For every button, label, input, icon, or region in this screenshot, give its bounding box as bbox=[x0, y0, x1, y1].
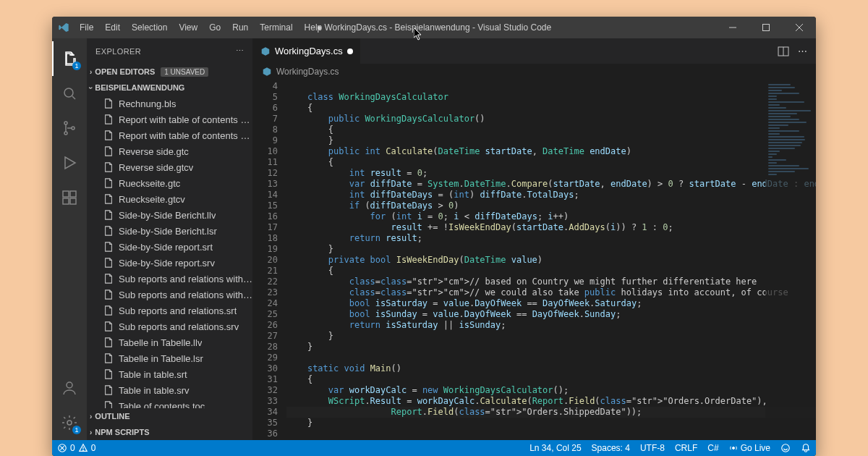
file-name: Table in table.srv bbox=[119, 385, 190, 396]
open-editors-section[interactable]: › OPEN EDITORS 1 UNSAVED bbox=[87, 64, 252, 80]
file-row[interactable]: Table of contents.toc bbox=[87, 398, 252, 408]
menu-run[interactable]: Run bbox=[226, 17, 254, 38]
tabs-row: WorkingDays.cs ⋯ bbox=[253, 38, 816, 64]
file-row[interactable]: Reverse side.gtc bbox=[87, 143, 252, 159]
file-row[interactable]: Side-by-Side Bericht.lsr bbox=[87, 223, 252, 239]
csharp-file-icon bbox=[262, 67, 272, 77]
menu-view[interactable]: View bbox=[173, 17, 203, 38]
status-encoding[interactable]: UTF-8 bbox=[635, 440, 670, 456]
outline-section[interactable]: › OUTLINE bbox=[87, 408, 252, 424]
menu-go[interactable]: Go bbox=[203, 17, 226, 38]
status-spaces[interactable]: Spaces: 4 bbox=[587, 440, 635, 456]
breadcrumb[interactable]: WorkingDays.cs bbox=[253, 64, 816, 80]
file-icon bbox=[103, 305, 114, 316]
breadcrumb-file: WorkingDays.cs bbox=[276, 67, 339, 77]
file-name: Table of contents.toc bbox=[119, 401, 205, 409]
file-row[interactable]: Rueckseite.gtc bbox=[87, 175, 252, 191]
file-row[interactable]: Sub reports and relations.srv bbox=[87, 318, 252, 334]
code-lines[interactable]: class WorkingDaysCalculator { public Wor… bbox=[286, 80, 816, 440]
file-name: Table in table.srt bbox=[119, 369, 187, 380]
file-row[interactable]: Side-by-Side report.srv bbox=[87, 255, 252, 271]
file-icon bbox=[103, 98, 114, 109]
settings-badge: 1 bbox=[72, 426, 81, 434]
extensions-icon[interactable] bbox=[52, 180, 87, 215]
status-golive[interactable]: Go Live bbox=[724, 440, 775, 456]
file-row[interactable]: Sub reports and relations with expandabl… bbox=[87, 271, 252, 287]
file-name: Side-by-Side report.srv bbox=[119, 258, 215, 269]
code-editor[interactable]: 4567891011121314151617181920212223242526… bbox=[253, 80, 816, 440]
workspace-section[interactable]: › BEISPIELANWENDUNG bbox=[87, 80, 252, 96]
file-icon bbox=[103, 321, 114, 332]
file-icon bbox=[103, 225, 114, 237]
chevron-down-icon: › bbox=[87, 86, 95, 88]
status-problems[interactable]: 0 0 bbox=[52, 440, 101, 456]
file-icon bbox=[103, 257, 114, 269]
file-row[interactable]: Table in table.srv bbox=[87, 382, 252, 398]
file-row[interactable]: Report with table of contents and index.… bbox=[87, 127, 252, 143]
status-bell-icon[interactable] bbox=[796, 440, 816, 456]
status-eol[interactable]: CRLF bbox=[670, 440, 702, 456]
file-row[interactable]: Table in table.srt bbox=[87, 366, 252, 382]
gutter: 4567891011121314151617181920212223242526… bbox=[253, 80, 286, 440]
file-row[interactable]: Side-by-Side report.srt bbox=[87, 239, 252, 255]
npm-scripts-section[interactable]: › NPM SCRIPTS bbox=[87, 424, 252, 440]
status-warnings: 0 bbox=[91, 443, 96, 453]
close-button[interactable] bbox=[783, 17, 816, 38]
file-row[interactable]: Sub reports and relations.srt bbox=[87, 303, 252, 318]
sidebar-more-icon[interactable]: ⋯ bbox=[236, 46, 244, 56]
file-row[interactable]: Reverse side.gtcv bbox=[87, 159, 252, 175]
file-row[interactable]: Sub reports and relations with expandabl… bbox=[87, 287, 252, 303]
file-row[interactable]: Report with table of contents and index.… bbox=[87, 111, 252, 127]
tab-workingdays[interactable]: WorkingDays.cs bbox=[253, 38, 361, 64]
svg-rect-6 bbox=[63, 191, 69, 197]
status-cursor[interactable]: Ln 34, Col 25 bbox=[524, 440, 586, 456]
editor-more-icon[interactable]: ⋯ bbox=[798, 46, 807, 56]
run-debug-icon[interactable] bbox=[52, 145, 87, 180]
file-row[interactable]: Rueckseite.gtcv bbox=[87, 191, 252, 207]
file-icon bbox=[103, 368, 114, 380]
svg-point-3 bbox=[64, 122, 67, 124]
svg-rect-9 bbox=[70, 191, 76, 197]
status-errors: 0 bbox=[70, 443, 75, 453]
menu-file[interactable]: File bbox=[74, 17, 99, 38]
file-name: Side-by-Side Bericht.lsr bbox=[119, 226, 217, 237]
tab-label: WorkingDays.cs bbox=[275, 46, 343, 56]
unsaved-badge: 1 UNSAVED bbox=[161, 67, 208, 77]
settings-icon[interactable]: 1 bbox=[52, 405, 87, 440]
file-name: Rueckseite.gtc bbox=[119, 178, 180, 189]
file-list[interactable]: Rechnung.blsReport with table of content… bbox=[87, 96, 252, 408]
file-name: Reverse side.gtcv bbox=[119, 162, 193, 173]
svg-point-16 bbox=[82, 450, 83, 451]
outline-label: OUTLINE bbox=[95, 412, 129, 421]
file-row[interactable]: Side-by-Side Bericht.llv bbox=[87, 207, 252, 223]
workspace-label: BEISPIELANWENDUNG bbox=[95, 83, 184, 92]
explorer-icon[interactable]: 1 bbox=[52, 41, 87, 76]
file-row[interactable]: Tabelle in Tabelle.llv bbox=[87, 334, 252, 350]
svg-point-17 bbox=[732, 447, 734, 449]
svg-point-10 bbox=[67, 382, 72, 388]
explorer-sidebar: EXPLORER ⋯ › OPEN EDITORS 1 UNSAVED › BE… bbox=[87, 38, 253, 440]
file-icon bbox=[103, 273, 114, 284]
menu-terminal[interactable]: Terminal bbox=[254, 17, 298, 38]
vscode-window: File Edit Selection View Go Run Terminal… bbox=[52, 17, 816, 456]
minimize-button[interactable] bbox=[716, 17, 749, 38]
menu-selection[interactable]: Selection bbox=[126, 17, 173, 38]
search-icon[interactable] bbox=[52, 76, 87, 111]
editor-area: WorkingDays.cs ⋯ WorkingDays.cs 45678910… bbox=[253, 38, 816, 440]
npm-scripts-label: NPM SCRIPTS bbox=[95, 428, 149, 436]
explorer-badge: 1 bbox=[72, 62, 81, 70]
file-row[interactable]: Tabelle in Tabelle.lsr bbox=[87, 350, 252, 366]
source-control-icon[interactable] bbox=[52, 111, 87, 145]
chevron-right-icon: › bbox=[90, 413, 92, 421]
minimap[interactable] bbox=[765, 80, 816, 440]
maximize-button[interactable] bbox=[749, 17, 783, 38]
split-editor-icon[interactable] bbox=[778, 46, 789, 57]
file-name: Sub reports and relations with expandabl… bbox=[119, 274, 252, 284]
svg-rect-0 bbox=[729, 28, 736, 28]
menu-edit[interactable]: Edit bbox=[99, 17, 126, 38]
status-feedback-icon[interactable] bbox=[775, 440, 796, 456]
status-lang[interactable]: C# bbox=[702, 440, 723, 456]
chevron-right-icon: › bbox=[90, 428, 92, 436]
account-icon[interactable] bbox=[52, 371, 87, 405]
file-row[interactable]: Rechnung.bls bbox=[87, 96, 252, 111]
